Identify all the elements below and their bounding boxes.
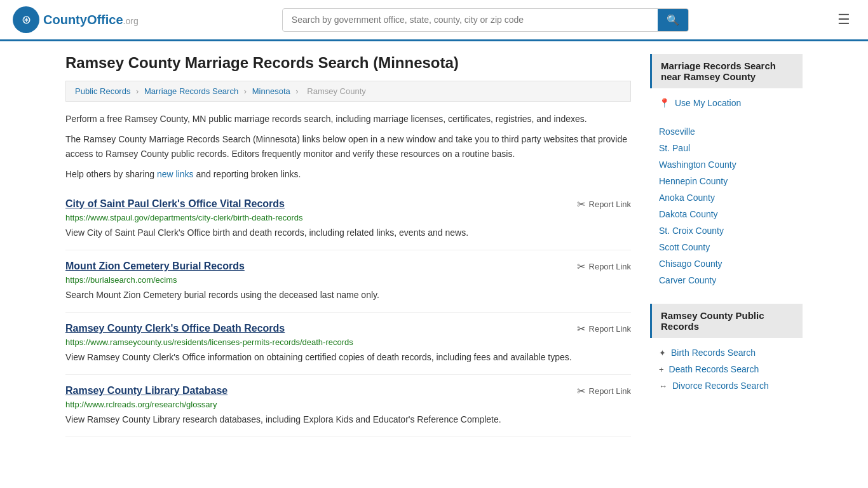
record-link[interactable]: Ramsey County Clerk's Office Death Recor… [65, 323, 285, 334]
menu-icon[interactable]: ☰ [832, 9, 855, 30]
record-link[interactable]: Ramsey County Library Database [65, 385, 227, 396]
sidebar-item[interactable]: Chisago County [650, 255, 803, 272]
sidebar-item[interactable]: 📍Use My Location [650, 95, 803, 111]
record-header: City of Saint Paul Clerk's Office Vital … [65, 198, 631, 210]
sidebar-county-link[interactable]: St. Paul [659, 143, 690, 153]
record-title: City of Saint Paul Clerk's Office Vital … [65, 198, 285, 210]
record-header: Ramsey County Clerk's Office Death Recor… [65, 323, 631, 335]
sidebar-record-link[interactable]: Divorce Records Search [672, 381, 769, 391]
sidebar-county-link[interactable]: St. Croix County [659, 226, 724, 236]
record-desc: Search Mount Zion Cemetery burial record… [65, 288, 631, 302]
report-icon: ✂ [577, 385, 585, 397]
record-title: Ramsey County Clerk's Office Death Recor… [65, 323, 285, 334]
report-label: Report Link [589, 262, 631, 271]
record-header: Ramsey County Library Database ✂ Report … [65, 385, 631, 397]
records-list: City of Saint Paul Clerk's Office Vital … [65, 188, 631, 437]
record-url: https://www.stpaul.gov/departments/city-… [65, 213, 631, 222]
record-type-icon: + [659, 365, 664, 374]
record-header: Mount Zion Cemetery Burial Records ✂ Rep… [65, 261, 631, 273]
breadcrumb-minnesota[interactable]: Minnesota [252, 86, 290, 96]
search-button[interactable]: 🔍 [658, 9, 688, 31]
sidebar-item[interactable]: Roseville [650, 123, 803, 140]
breadcrumb-current: Ramsey County [307, 86, 365, 96]
report-label: Report Link [589, 200, 631, 209]
record-entry: Ramsey County Library Database ✂ Report … [65, 375, 631, 437]
sidebar-item[interactable]: Hennepin County [650, 173, 803, 189]
record-link[interactable]: City of Saint Paul Clerk's Office Vital … [65, 198, 285, 209]
sidebar-county-link[interactable]: Chisago County [659, 259, 722, 269]
record-desc: View City of Saint Paul Clerk's Office b… [65, 226, 631, 240]
description-3: Help others by sharing new links and rep… [65, 167, 631, 181]
record-url: https://www.ramseycounty.us/residents/li… [65, 337, 631, 347]
sidebar-county-link[interactable]: Washington County [659, 159, 736, 170]
sidebar-record-link[interactable]: Birth Records Search [671, 348, 756, 358]
report-icon: ✂ [577, 198, 585, 210]
report-icon: ✂ [577, 323, 585, 335]
search-area: 🔍 [282, 8, 689, 32]
sidebar-divider [650, 111, 803, 123]
logo-icon: ⊛ [13, 6, 39, 33]
sidebar-record-link[interactable]: Death Records Search [669, 364, 759, 374]
record-title: Mount Zion Cemetery Burial Records [65, 261, 245, 272]
breadcrumb-public-records[interactable]: Public Records [75, 86, 130, 96]
sidebar-county-link[interactable]: Anoka County [659, 193, 715, 203]
sidebar: Marriage Records Search near Ramsey Coun… [650, 54, 803, 437]
sidebar-item[interactable]: Anoka County [650, 189, 803, 206]
sidebar-county-link[interactable]: Scott County [659, 242, 710, 252]
use-my-location-link[interactable]: Use My Location [675, 98, 741, 108]
logo: ⊛ CountyOffice.org [13, 6, 139, 33]
breadcrumb: Public Records › Marriage Records Search… [65, 81, 631, 102]
location-icon: 📍 [659, 98, 670, 108]
breadcrumb-marriage-records-search[interactable]: Marriage Records Search [144, 86, 238, 96]
sidebar-item[interactable]: Carver County [650, 272, 803, 288]
description-2: The Ramsey County Marriage Records Searc… [65, 132, 631, 161]
report-label: Report Link [589, 324, 631, 334]
logo-text: CountyOffice.org [43, 13, 139, 27]
sidebar-item[interactable]: Scott County [650, 239, 803, 255]
sidebar-item[interactable]: Washington County [650, 156, 803, 173]
page-wrapper: Ramsey County Marriage Records Search (M… [53, 41, 815, 450]
report-icon: ✂ [577, 261, 585, 273]
report-link[interactable]: ✂ Report Link [577, 323, 631, 335]
report-link[interactable]: ✂ Report Link [577, 385, 631, 397]
sidebar-county-link[interactable]: Carver County [659, 275, 716, 285]
sidebar-county-link[interactable]: Roseville [659, 126, 695, 137]
sidebar-public-records-item[interactable]: +Death Records Search [650, 361, 803, 377]
sidebar-marriage-section: Marriage Records Search near Ramsey Coun… [650, 54, 803, 291]
sidebar-public-records-item[interactable]: ✦Birth Records Search [650, 344, 803, 361]
public-records-sidebar-list: ✦Birth Records Search+Death Records Sear… [650, 342, 803, 396]
record-desc: View Ramsey County Library research data… [65, 413, 631, 426]
sidebar-public-records-section: Ramsey County Public Records ✦Birth Reco… [650, 304, 803, 396]
record-entry: City of Saint Paul Clerk's Office Vital … [65, 188, 631, 250]
record-type-icon: ✦ [659, 348, 666, 358]
record-url: https://burialsearch.com/ecims [65, 275, 631, 285]
record-desc: View Ramsey County Clerk's Office inform… [65, 351, 631, 364]
page-title: Ramsey County Marriage Records Search (M… [65, 54, 631, 72]
record-entry: Ramsey County Clerk's Office Death Recor… [65, 313, 631, 375]
site-header: ⊛ CountyOffice.org 🔍 ☰ [0, 0, 868, 41]
sidebar-public-records-item[interactable]: ↔Divorce Records Search [650, 377, 803, 394]
marriage-sidebar-list: 📍Use My LocationRosevilleSt. PaulWashing… [650, 92, 803, 291]
sidebar-county-link[interactable]: Hennepin County [659, 176, 728, 186]
main-content: Ramsey County Marriage Records Search (M… [65, 54, 631, 437]
record-url: http://www.rclreads.org/research/glossar… [65, 400, 631, 409]
report-link[interactable]: ✂ Report Link [577, 198, 631, 210]
sidebar-item[interactable]: St. Croix County [650, 222, 803, 239]
report-label: Report Link [589, 386, 631, 396]
record-entry: Mount Zion Cemetery Burial Records ✂ Rep… [65, 250, 631, 313]
sidebar-marriage-header: Marriage Records Search near Ramsey Coun… [650, 54, 803, 88]
record-link[interactable]: Mount Zion Cemetery Burial Records [65, 261, 245, 271]
sidebar-item[interactable]: Dakota County [650, 206, 803, 222]
search-input[interactable] [283, 10, 658, 30]
record-title: Ramsey County Library Database [65, 385, 227, 396]
report-link[interactable]: ✂ Report Link [577, 261, 631, 273]
description-1: Perform a free Ramsey County, MN public … [65, 112, 631, 126]
sidebar-county-link[interactable]: Dakota County [659, 209, 718, 219]
new-links-link[interactable]: new links [157, 169, 194, 179]
sidebar-item[interactable]: St. Paul [650, 140, 803, 156]
record-type-icon: ↔ [659, 381, 667, 391]
sidebar-public-records-header: Ramsey County Public Records [650, 304, 803, 338]
